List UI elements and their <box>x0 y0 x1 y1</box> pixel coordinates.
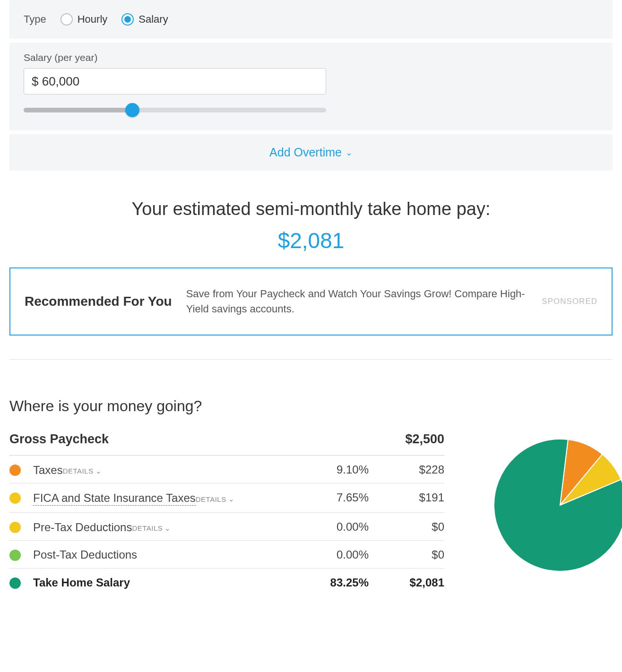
breakdown-name: Take Home Salary <box>33 576 130 589</box>
breakdown-name-cell: Take Home Salary <box>33 576 293 589</box>
details-label: DETAILS <box>196 495 226 503</box>
type-label: Type <box>24 13 46 26</box>
radio-hourly-label: Hourly <box>78 13 108 26</box>
gross-amount: $2,500 <box>405 432 444 447</box>
salary-panel: Salary (per year) $ 60,000 <box>9 43 613 130</box>
breakdown-wrap: Gross Paycheck $2,500 TaxesDETAILS⌄9.10%… <box>9 432 613 596</box>
breakdown-amount: $191 <box>373 491 444 504</box>
radio-circle-icon <box>60 13 73 26</box>
breakdown-percent: 83.25% <box>298 576 369 589</box>
slider-thumb[interactable] <box>125 103 139 117</box>
breakdown-percent: 0.00% <box>298 520 369 534</box>
breakdown-amount: $228 <box>373 463 444 476</box>
radio-salary-label: Salary <box>138 13 168 26</box>
details-toggle[interactable]: DETAILS⌄ <box>132 524 171 533</box>
pay-type-panel: Type Hourly Salary <box>9 0 613 39</box>
breakdown-row: Pre-Tax DeductionsDETAILS⌄0.00%$0 <box>9 513 444 541</box>
pie-chart <box>492 437 622 574</box>
breakdown-name-cell: FICA and State Insurance TaxesDETAILS⌄ <box>33 491 293 506</box>
chevron-down-icon: ⌄ <box>164 524 171 533</box>
breakdown-name: Post-Tax Deductions <box>33 548 137 561</box>
breakdown-name-cell: TaxesDETAILS⌄ <box>33 463 293 477</box>
gross-label: Gross Paycheck <box>9 432 109 447</box>
color-dot-icon <box>9 577 21 589</box>
details-label: DETAILS <box>132 524 163 532</box>
add-overtime-link[interactable]: Add Overtime ⌄ <box>269 146 353 159</box>
gross-paycheck-row: Gross Paycheck $2,500 <box>9 432 444 456</box>
details-toggle[interactable]: DETAILS⌄ <box>63 467 102 475</box>
color-dot-icon <box>9 465 21 476</box>
breakdown-percent: 7.65% <box>298 491 369 504</box>
breakdown-amount: $2,081 <box>373 576 444 589</box>
breakdown-amount: $0 <box>373 548 444 561</box>
breakdown-title: Where is your money going? <box>9 397 613 415</box>
recommended-box[interactable]: Recommended For You Save from Your Paych… <box>9 267 613 336</box>
breakdown-row: Post-Tax Deductions0.00%$0 <box>9 541 444 569</box>
breakdown-table: Gross Paycheck $2,500 TaxesDETAILS⌄9.10%… <box>9 432 444 596</box>
breakdown-name: Taxes <box>33 463 63 476</box>
recommended-text: Save from Your Paycheck and Watch Your S… <box>186 286 528 317</box>
details-label: DETAILS <box>63 467 94 475</box>
color-dot-icon <box>9 550 21 561</box>
pay-type-radio-group: Hourly Salary <box>60 13 168 26</box>
radio-hourly[interactable]: Hourly <box>60 13 108 26</box>
recommended-title: Recommended For You <box>25 294 172 309</box>
color-dot-icon <box>9 492 21 504</box>
result-title: Your estimated semi-monthly take home pa… <box>9 199 613 219</box>
overtime-panel: Add Overtime ⌄ <box>9 134 613 171</box>
breakdown-row: Take Home Salary83.25%$2,081 <box>9 569 444 596</box>
pie-chart-wrap <box>492 432 622 576</box>
breakdown-name-cell: Pre-Tax DeductionsDETAILS⌄ <box>33 520 293 534</box>
chevron-down-icon: ⌄ <box>346 147 353 158</box>
chevron-down-icon: ⌄ <box>95 467 102 475</box>
breakdown-percent: 0.00% <box>298 548 369 561</box>
breakdown-amount: $0 <box>373 520 444 534</box>
section-divider <box>9 359 613 360</box>
result-section: Your estimated semi-monthly take home pa… <box>9 171 613 267</box>
breakdown-percent: 9.10% <box>298 463 369 476</box>
radio-circle-selected-icon <box>121 13 134 26</box>
color-dot-icon <box>9 522 21 533</box>
breakdown-row: FICA and State Insurance TaxesDETAILS⌄7.… <box>9 483 444 513</box>
details-toggle[interactable]: DETAILS⌄ <box>196 495 234 503</box>
add-overtime-label: Add Overtime <box>269 146 342 159</box>
breakdown-name: Pre-Tax Deductions <box>33 520 132 533</box>
breakdown-name-cell: Post-Tax Deductions <box>33 548 293 561</box>
salary-slider[interactable] <box>24 103 326 117</box>
radio-salary[interactable]: Salary <box>121 13 168 26</box>
chevron-down-icon: ⌄ <box>228 495 235 503</box>
sponsored-label: SPONSORED <box>542 297 597 306</box>
breakdown-row: TaxesDETAILS⌄9.10%$228 <box>9 456 444 484</box>
slider-fill <box>24 108 132 112</box>
result-amount: $2,081 <box>9 228 613 253</box>
salary-input[interactable]: $ 60,000 <box>24 68 326 95</box>
salary-label: Salary (per year) <box>24 52 598 63</box>
breakdown-name: FICA and State Insurance Taxes <box>33 491 196 506</box>
